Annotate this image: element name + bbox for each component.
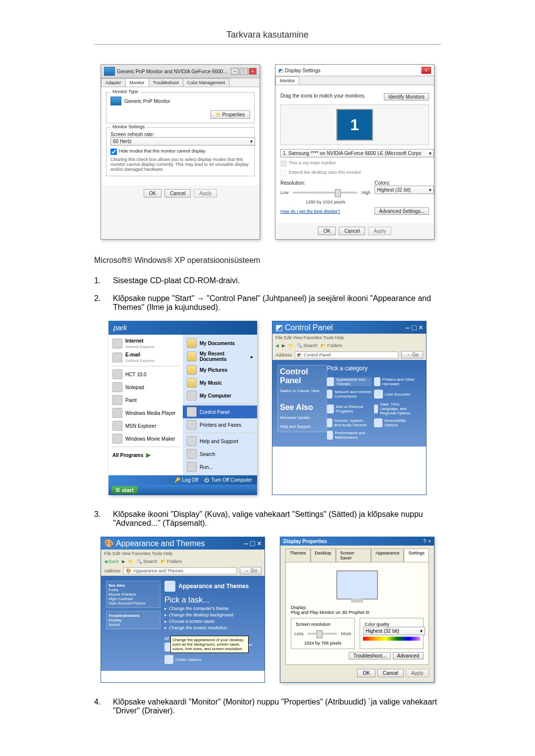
tab-color-management[interactable]: Color Management [183, 78, 230, 87]
sm-paint[interactable]: Paint [108, 394, 183, 406]
monitor-1-icon[interactable]: 1 [336, 109, 373, 141]
start-button[interactable]: ⊞ start [111, 486, 138, 494]
folders-button[interactable]: 📂 Folders [160, 559, 182, 564]
cancel-button[interactable]: Cancel [164, 189, 191, 198]
help-icon[interactable]: ? [424, 539, 427, 544]
resolution-slider[interactable] [293, 192, 358, 194]
cat-users[interactable]: User Accounts [374, 390, 419, 399]
sm-moviemaker[interactable]: Windows Movie Maker [108, 432, 183, 445]
cat-performance[interactable]: Performance and Maintenance [327, 431, 372, 440]
tab-monitor[interactable]: Monitor [275, 76, 299, 85]
cat-accessibility[interactable]: Accessibility Options [374, 418, 419, 427]
sm-email[interactable]: E-mailOutlook Express [108, 351, 183, 364]
address-input[interactable]: 🎨 Appearance and Themes [123, 567, 237, 574]
troubleshoot-button[interactable]: Troubleshoot... [349, 652, 390, 659]
up-button[interactable]: 📁 [128, 559, 134, 564]
sm-hct[interactable]: HCT 10.0 [108, 368, 183, 381]
sm-music[interactable]: My Music [183, 376, 257, 389]
up-button[interactable]: 📁 [288, 343, 294, 348]
tab-appearance[interactable]: Appearance [371, 549, 404, 562]
see-fonts[interactable]: Fonts [108, 588, 118, 592]
see-mouse[interactable]: Mouse Pointers [108, 592, 136, 597]
sm-msn[interactable]: MSN Explorer [108, 419, 183, 432]
minimize-icon[interactable]: – [405, 323, 410, 332]
color-quality-select[interactable]: Highest (32 bit) ▾ [363, 627, 425, 635]
tab-settings[interactable]: Settings [404, 549, 429, 562]
sm-mydocs[interactable]: My Documents [183, 337, 257, 350]
cancel-button[interactable]: Cancel [339, 227, 365, 235]
tab-themes[interactable]: Themes [285, 549, 311, 562]
tab-troubleshoot[interactable]: Troubleshoot [149, 78, 183, 87]
ok-button[interactable]: OK [144, 189, 161, 198]
sm-notepad[interactable]: Notepad [108, 381, 183, 394]
ts-display[interactable]: Display [108, 618, 121, 622]
cat-network[interactable]: Network and Internet Connections [327, 390, 372, 399]
sm-printers[interactable]: Printers and Faxes [183, 418, 257, 431]
resolution-slider[interactable] [308, 633, 337, 635]
sm-mycomputer[interactable]: My Computer [183, 389, 257, 402]
ts-sound[interactable]: Sound [108, 622, 120, 627]
search-button[interactable]: 🔍 Search [137, 559, 158, 564]
properties-button[interactable]: ⛨ Properties [211, 110, 250, 119]
maximize-icon[interactable]: □ [240, 68, 248, 75]
cancel-button[interactable]: Cancel [377, 669, 404, 677]
task-theme[interactable]: ▸ Change the computer's theme [164, 606, 260, 611]
ok-button[interactable]: OK [357, 669, 375, 677]
tab-desktop[interactable]: Desktop [311, 549, 336, 562]
back-button[interactable]: ◀ Back [104, 559, 119, 564]
task-background[interactable]: ▸ Change the desktop background [164, 612, 260, 617]
monitor-arrangement-preview[interactable]: 1 [280, 104, 429, 145]
advanced-button[interactable]: Advanced [393, 652, 424, 659]
help-support-link[interactable]: Help and Support [280, 424, 311, 429]
turnoff-button[interactable]: ⏻Turn Off Computer [204, 477, 252, 483]
tab-screensaver[interactable]: Screen Saver [336, 549, 371, 562]
see-contrast[interactable]: High Contrast [108, 597, 133, 601]
minimize-icon[interactable]: – [244, 539, 248, 548]
task-screensaver[interactable]: ▸ Choose a screen saver [164, 619, 260, 624]
search-button[interactable]: 🔍 Search [297, 343, 318, 348]
sm-pictures[interactable]: My Pictures [183, 363, 257, 376]
cat-addremove[interactable]: Add or Remove Programs [327, 404, 372, 413]
cat-appearance-themes[interactable]: Appearance and Themes [327, 377, 372, 386]
slider-thumb-icon[interactable] [317, 630, 322, 638]
identify-monitors-button[interactable]: Identify Monitors [384, 93, 429, 101]
sm-recent[interactable]: My Recent Documents▸ [183, 350, 257, 363]
hide-modes-checkbox-input[interactable] [110, 149, 117, 155]
display-device-select[interactable]: 1. Samsung **** on NVIDIA GeForce 6600 L… [280, 149, 434, 157]
sm-search[interactable]: Search [183, 448, 257, 460]
all-programs[interactable]: All Programs ▶ [108, 449, 183, 461]
ok-button[interactable]: OK [318, 227, 336, 235]
sm-run[interactable]: Run... [183, 460, 257, 473]
hide-modes-checkbox[interactable]: Hide modes that this monitor cannot disp… [110, 149, 250, 155]
best-display-link[interactable]: How do I get the best display? [280, 209, 340, 214]
switch-view-link[interactable]: Switch to Classic View [280, 389, 320, 393]
sm-help[interactable]: Help and Support [183, 435, 257, 448]
back-button[interactable]: ◀ [275, 343, 279, 348]
go-button[interactable]: → Go [240, 567, 262, 574]
sm-wmp[interactable]: Windows Media Player [108, 406, 183, 419]
folders-button[interactable]: 📂 Folders [321, 343, 342, 348]
task-resolution[interactable]: ▸ Change the screen resolution [164, 625, 260, 630]
see-user-pic[interactable]: User Account Picture [108, 601, 146, 605]
sm-control-panel[interactable]: Control Panel [183, 405, 257, 418]
cat-datetime[interactable]: Date, Time, Language, and Regional Optio… [374, 402, 419, 415]
colors-select[interactable]: Highest (32 bit) ▾ [374, 186, 434, 194]
sm-internet[interactable]: InternetInternet Explorer [108, 337, 183, 351]
slider-thumb-icon[interactable] [335, 189, 341, 197]
forward-button[interactable]: ▶ [282, 343, 285, 348]
close-icon[interactable]: × [428, 539, 431, 544]
tab-monitor[interactable]: Monitor [125, 78, 149, 87]
maximize-icon[interactable]: □ [250, 539, 255, 548]
close-icon[interactable]: × [419, 323, 423, 332]
apply-button[interactable]: Apply [368, 227, 391, 235]
go-button[interactable]: → Go [401, 351, 423, 358]
address-input[interactable]: ◩ Control Panel [295, 352, 398, 358]
refresh-rate-select[interactable]: 60 Hertz ▾ [110, 137, 255, 146]
minimize-icon[interactable]: – [231, 68, 239, 75]
close-icon[interactable]: × [422, 67, 431, 74]
windows-update-link[interactable]: Windows Update [280, 415, 310, 420]
forward-button[interactable]: ▶ [122, 559, 125, 564]
logoff-button[interactable]: 🔑Log Off [174, 477, 199, 483]
apply-button[interactable]: Apply [194, 189, 217, 198]
close-icon[interactable]: × [257, 539, 262, 548]
